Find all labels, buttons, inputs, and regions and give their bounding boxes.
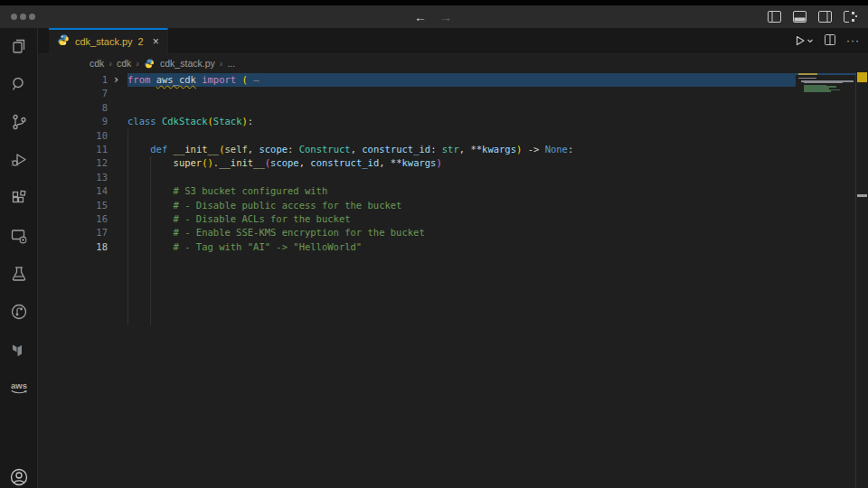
run-and-debug-icon[interactable] [8,149,29,170]
search-icon[interactable] [8,73,29,94]
tab-label: cdk_stack.py [75,36,133,47]
code-line[interactable]: 7 [38,87,868,100]
layout-controls [768,5,857,28]
back-arrow-icon[interactable]: ← [414,10,427,24]
minimap[interactable] [796,72,856,488]
minimap-line [804,82,842,84]
line-number[interactable]: 13 [38,171,108,184]
breadcrumb-separator: › [220,58,223,69]
activity-bar: aws [0,28,38,488]
line-number[interactable]: 16 [38,212,108,226]
minimap-line [798,73,817,75]
code-line[interactable]: 1›from aws_cdk import ( – [38,73,868,87]
aws-icon[interactable]: aws [8,377,29,398]
ruler-marker-warning [857,72,867,82]
code-editor[interactable]: 1›from aws_cdk import ( –789class CdkSta… [38,72,868,488]
line-number[interactable]: 9 [38,115,108,128]
testing-flask-icon[interactable] [8,263,29,284]
code-text: # S3 bucket configured with [127,184,327,198]
customize-layout-icon[interactable] [844,11,857,23]
run-button[interactable] [795,35,814,46]
code-text: class CdkStack(Stack): [127,115,253,128]
code-line[interactable]: 12 super().__init__(scope, construct_id,… [38,156,868,170]
traffic-lights[interactable] [11,14,35,20]
code-text: # - Tag with "AI" -> "HelloWorld" [127,240,362,254]
history-nav: ← → [414,5,452,28]
editor-toolbar: ··· [795,28,860,53]
overview-ruler[interactable] [855,72,868,488]
code-line[interactable]: 8 [38,101,868,115]
breadcrumb-item[interactable]: cdk_stack.py [160,58,215,69]
breadcrumb-item[interactable]: cdk [90,58,104,69]
code-line[interactable]: 17 # - Enable SSE-KMS encryption for the… [38,226,868,239]
tab-close-icon[interactable]: × [153,35,159,48]
code-line[interactable]: 10 [38,129,868,143]
code-line[interactable]: 11 def __init__(self, scope: Construct, … [38,143,868,156]
traffic-dot[interactable] [11,14,17,20]
line-number[interactable]: 17 [38,226,108,239]
breadcrumb-item[interactable]: ... [227,58,235,69]
breadcrumb: cdk › cdk › cdk_stack.py › ... [38,54,868,72]
fold-chevron-icon[interactable]: › [114,72,118,86]
code-text: # - Enable SSE-KMS encryption for the bu… [127,226,425,239]
code-line[interactable]: 16 # - Disable ACLs for the bucket [38,212,868,226]
traffic-dot[interactable] [29,14,35,20]
line-number[interactable]: 14 [38,184,108,198]
explorer-icon[interactable] [8,35,29,56]
run-dropdown-chevron-icon [807,37,814,44]
line-number[interactable]: 11 [38,143,108,156]
minimap-line [804,90,831,92]
account-icon[interactable] [8,466,29,487]
code-line[interactable]: 18 # - Tag with "AI" -> "HelloWorld" [38,240,868,254]
code-text: # - Disable ACLs for the bucket [127,212,351,226]
source-control-icon[interactable] [8,111,29,132]
tab-problems-badge: 2 [138,36,144,47]
minimap-line [798,78,816,80]
line-number[interactable]: 12 [38,156,108,170]
code-text: from aws_cdk import ( – [127,73,259,87]
toggle-sidebar-left-icon[interactable] [768,11,781,23]
python-file-icon [58,33,70,50]
tab-cdk-stack[interactable]: cdk_stack.py 2 × [49,28,168,53]
breadcrumb-separator: › [136,58,139,69]
traffic-dot[interactable] [20,14,26,20]
ruler-marker-cursor-line [857,194,867,197]
breadcrumb-separator: › [108,58,112,69]
code-line[interactable]: 13 [38,171,868,184]
code-text: def __init__(self, scope: Construct, con… [127,143,573,156]
editor-group: cdk_stack.py 2 × ··· cdk › [38,28,868,488]
svg-text:aws: aws [11,380,27,390]
tab-bar: cdk_stack.py 2 × ··· [38,28,868,54]
code-line[interactable]: 9class CdkStack(Stack): [38,115,868,128]
code-text: # - Disable public access for the bucket [127,199,401,212]
line-number[interactable]: 8 [38,101,108,115]
more-actions-icon[interactable]: ··· [846,34,860,47]
toggle-panel-bottom-icon[interactable] [793,11,807,23]
split-editor-icon[interactable] [825,33,835,49]
line-number[interactable]: 10 [38,129,108,143]
code-text: super().__init__(scope, construct_id, **… [127,156,442,170]
code-line[interactable]: 14 # S3 bucket configured with [38,184,868,198]
git-graph-icon[interactable] [8,301,29,322]
line-number[interactable]: 7 [38,87,108,100]
vscode-window: ← → [0,0,868,488]
remote-explorer-icon[interactable] [8,225,29,246]
line-number[interactable]: 15 [38,199,108,212]
breadcrumb-item[interactable]: cdk [117,58,131,69]
extensions-icon[interactable] [8,187,29,208]
code-lines: 1›from aws_cdk import ( –789class CdkSta… [38,73,868,254]
toggle-sidebar-right-icon[interactable] [818,11,832,23]
line-number[interactable]: 18 [38,240,108,254]
terraform-icon[interactable] [8,339,29,360]
forward-arrow-icon[interactable]: → [439,10,452,24]
code-line[interactable]: 15 # - Disable public access for the buc… [38,199,868,212]
line-number[interactable]: 1 [38,73,108,87]
titlebar: ← → [0,5,868,28]
python-file-icon [145,59,155,69]
